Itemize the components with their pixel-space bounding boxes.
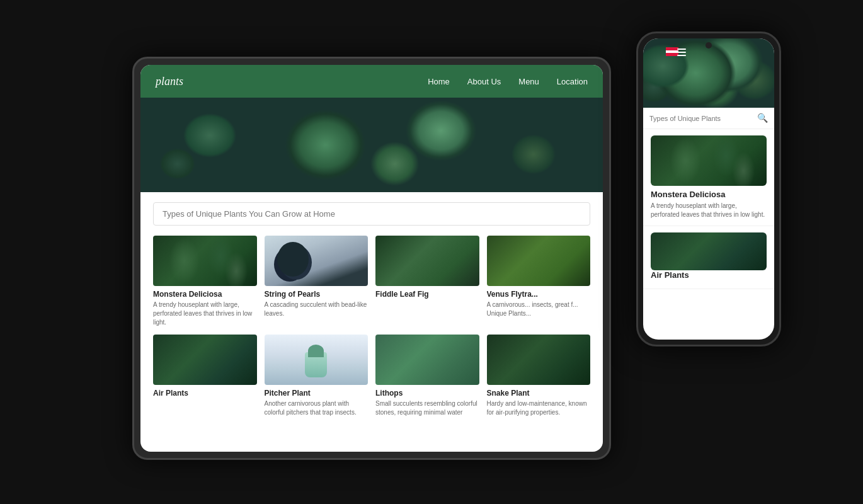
plant-desc-venus: A carnivorous... insects, great f... Uni… bbox=[487, 301, 591, 318]
phone-plant-desc-monstera: A trendy houseplant with large, perforat… bbox=[651, 202, 767, 219]
plant-title-monstera: Monstera Deliciosa bbox=[153, 290, 257, 299]
plant-title-venus: Venus Flytra... bbox=[487, 290, 591, 299]
scene: plants Home About Us Menu Location bbox=[0, 0, 863, 504]
plant-title-pitcher: Pitcher Plant bbox=[265, 389, 369, 398]
nav-location[interactable]: Location bbox=[557, 77, 588, 86]
tablet-nav: plants Home About Us Menu Location bbox=[140, 65, 603, 98]
tablet-logo: plants bbox=[156, 75, 428, 88]
plant-img-string-pearls bbox=[265, 236, 369, 286]
plant-desc-monstera: A trendy houseplant with large, perforat… bbox=[153, 301, 257, 327]
tablet-body: Monstera Deliciosa A trendy houseplant w… bbox=[140, 192, 603, 427]
plant-title-fiddle: Fiddle Leaf Fig bbox=[375, 290, 479, 299]
phone-search-bar: 🔍 bbox=[643, 108, 774, 129]
tablet-screen: plants Home About Us Menu Location bbox=[140, 65, 603, 452]
plant-card-lithops: Lithops Small succulents resembling colo… bbox=[375, 335, 479, 417]
plant-title-air: Air Plants bbox=[153, 389, 257, 398]
phone-plant-title-monstera: Monstera Deliciosa bbox=[651, 190, 767, 199]
plant-img-lithops bbox=[375, 335, 479, 385]
hero-image bbox=[140, 98, 603, 192]
tablet-nav-links: Home About Us Menu Location bbox=[428, 77, 588, 86]
phone-plant-img-monstera bbox=[651, 135, 767, 186]
phone-hero-image bbox=[643, 38, 774, 108]
tablet-plant-grid-row2: Air Plants Pitcher Plant Another carnivo… bbox=[153, 335, 590, 417]
plant-img-monstera bbox=[153, 236, 257, 286]
plant-card-string-pearls: String of Pearls A cascading succulent w… bbox=[265, 236, 369, 327]
plant-title-snake: Snake Plant bbox=[487, 389, 591, 398]
phone-plant-list: Monstera Deliciosa A trendy houseplant w… bbox=[643, 129, 774, 333]
nav-menu[interactable]: Menu bbox=[518, 77, 539, 86]
phone-search-input[interactable] bbox=[649, 115, 757, 122]
plant-img-snake bbox=[487, 335, 591, 385]
phone-hero bbox=[643, 38, 774, 108]
plant-title-lithops: Lithops bbox=[375, 389, 479, 398]
phone-screen: 🔍 Monstera Deliciosa A trendy houseplant… bbox=[643, 38, 774, 340]
plant-desc-lithops: Small succulents resembling colorful sto… bbox=[375, 399, 479, 417]
plant-card-snake: Snake Plant Hardy and low-maintenance, k… bbox=[487, 335, 591, 417]
hamburger-line-2 bbox=[677, 52, 686, 53]
plant-img-fiddle bbox=[375, 236, 479, 286]
plant-title-string-pearls: String of Pearls bbox=[265, 290, 369, 299]
phone-plant-title-air: Air Plants bbox=[651, 270, 767, 280]
search-icon[interactable]: 🔍 bbox=[757, 113, 768, 123]
plant-desc-string-pearls: A cascading succulent with bead-like lea… bbox=[265, 301, 369, 318]
phone-hero-succulent bbox=[643, 38, 774, 108]
plant-card-fiddle: Fiddle Leaf Fig bbox=[375, 236, 479, 327]
phone-card-monstera: Monstera Deliciosa A trendy houseplant w… bbox=[643, 129, 774, 226]
plant-card-monstera: Monstera Deliciosa A trendy houseplant w… bbox=[153, 236, 257, 327]
tablet-hero bbox=[140, 98, 603, 192]
phone-flag bbox=[666, 47, 678, 56]
phone-plant-img-air bbox=[651, 232, 767, 270]
hamburger-line-1 bbox=[677, 49, 686, 50]
nav-home[interactable]: Home bbox=[428, 77, 450, 86]
tablet-plant-grid: Monstera Deliciosa A trendy houseplant w… bbox=[153, 236, 590, 327]
plant-desc-pitcher: Another carnivorous plant with colorful … bbox=[265, 399, 369, 417]
plant-card-pitcher: Pitcher Plant Another carnivorous plant … bbox=[265, 335, 369, 417]
plant-card-venus: Venus Flytra... A carnivorous... insects… bbox=[487, 236, 591, 327]
phone-device: 🔍 Monstera Deliciosa A trendy houseplant… bbox=[636, 32, 781, 346]
plant-img-venus bbox=[487, 236, 591, 286]
phone-card-air: Air Plants bbox=[643, 226, 774, 289]
phone-camera bbox=[706, 42, 712, 49]
flag-red-bottom bbox=[666, 53, 678, 56]
tablet-device: plants Home About Us Menu Location bbox=[132, 57, 611, 460]
nav-about[interactable]: About Us bbox=[467, 77, 501, 86]
tablet-search-input[interactable] bbox=[153, 202, 590, 226]
phone-hamburger-menu[interactable] bbox=[677, 49, 686, 56]
plant-card-air: Air Plants bbox=[153, 335, 257, 417]
plant-desc-snake: Hardy and low-maintenance, known for air… bbox=[487, 399, 591, 417]
hamburger-line-3 bbox=[677, 55, 686, 56]
plant-img-air bbox=[153, 335, 257, 385]
pitcher-pot-shape bbox=[305, 352, 327, 377]
plant-img-pitcher bbox=[265, 335, 369, 385]
